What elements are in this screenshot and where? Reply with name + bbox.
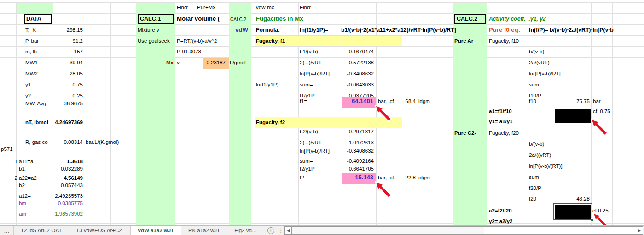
cell-v-unit[interactable]: L/gmol — [230, 59, 246, 66]
cell-pure-f0-eq-rhs[interactable]: ln(f/P)= b/(v-b)-2a/(vRT)-ln[P(v-b — [529, 27, 614, 34]
cell-f2-idgm-label[interactable]: idgm — [418, 174, 430, 181]
cell-value-mw1[interactable]: 39.94 — [48, 59, 83, 66]
cell-f20-l5[interactable]: f20/P — [529, 185, 541, 192]
data-header[interactable]: DATA — [24, 14, 52, 24]
cell-value-a11[interactable]: 1.3618 — [48, 158, 83, 165]
cell-find-value[interactable]: Pur+Mx — [197, 4, 215, 11]
cell-f1-r2-value[interactable]: 0.5722138 — [342, 59, 374, 66]
cell-value-mw2[interactable]: 28.05 — [48, 70, 83, 77]
cell-value-mwavg[interactable]: 36.9675 — [48, 100, 83, 107]
tabbar-splitter[interactable]: ⋮ — [277, 226, 284, 235]
cell-a2-formula[interactable]: a2=f2/f20 — [489, 207, 512, 214]
cell-value-b1[interactable]: 0.032289 — [48, 166, 83, 172]
cell-calc2-note[interactable]: CALC.2 — [230, 16, 246, 23]
cell-f20-l1[interactable]: b/(v-b) — [529, 141, 544, 148]
cell-f10-l1[interactable]: b/(v-b) — [529, 48, 544, 55]
cell-mixture-v[interactable]: Mixture v — [138, 27, 159, 34]
cell-f10-result-unit[interactable]: bar — [593, 98, 601, 105]
cell-f2-result-value[interactable]: 15.143 — [343, 174, 373, 181]
cell-f10-l3[interactable]: ln([P(v-b)/RT] — [529, 70, 561, 77]
cell-f1-idgm-label[interactable]: idgm — [418, 98, 430, 105]
cell-fugacity-f2-band[interactable]: Fugacity, f2 — [256, 119, 285, 126]
cell-f20-result-label[interactable]: f20 — [529, 195, 536, 202]
cell-label-y2[interactable]: y2 — [25, 92, 31, 99]
cell-page-ref[interactable]: p571 — [1, 146, 13, 153]
cell-f10-l2[interactable]: 2a/(vRT) — [529, 59, 550, 66]
cell-num-a22[interactable]: 2 — [12, 175, 17, 182]
cell-value-b2[interactable]: 0.057443 — [48, 182, 83, 189]
cell-value-rgas[interactable]: 0.08314 — [48, 139, 83, 146]
cell-value-a22[interactable]: 4.56149 — [48, 175, 83, 182]
black-cell-a2-selected[interactable] — [555, 205, 591, 219]
cell-f1-r1-label[interactable]: b1/(v-b) — [300, 48, 318, 55]
cell-vdw-mx-ref[interactable]: vdw-mx — [256, 4, 274, 11]
cell-f20-result-value[interactable]: 46.28 — [560, 195, 590, 202]
cell-label-b2[interactable]: b2 — [19, 182, 25, 189]
cell-num-a11[interactable]: 1 — [12, 158, 17, 165]
cell-f1-idgm-value[interactable]: 68.4 — [394, 98, 416, 105]
cell-value-bm[interactable]: 0.0385775 — [48, 200, 83, 207]
cell-f1-result-value[interactable]: 64.1401 — [343, 97, 373, 104]
cell-f1-r2-label[interactable]: 2(...)/vRT — [300, 59, 322, 66]
cell-formula-label[interactable]: Formula: — [256, 27, 280, 34]
cell-vdw-equation[interactable]: P=RT/(v-b)-a/v^2 — [177, 38, 217, 45]
black-cell-a1[interactable] — [555, 109, 591, 123]
cell-f2-r5-label[interactable]: f2/y1P — [300, 166, 315, 172]
cell-value-am[interactable]: 1.98573902 — [48, 211, 83, 218]
cell-f1-sum-side[interactable]: ln(f1/y1P) — [256, 81, 278, 88]
cell-value-y1[interactable]: 0.75 — [48, 81, 83, 88]
calc1-header[interactable]: CALC.1 — [138, 14, 174, 24]
cell-label-a11[interactable]: a11=a1 — [19, 158, 36, 165]
cell-f2-idgm-value[interactable]: 22.8 — [394, 174, 416, 181]
scrollbar-thumb[interactable] — [292, 227, 484, 234]
cell-label-mwavg[interactable]: MW, Avg — [25, 100, 46, 107]
cell-label-a22[interactable]: a22=a2 — [19, 175, 37, 182]
cell-f2-r1-label[interactable]: b2/(v-b) — [300, 128, 318, 135]
cell-f2-r3-label[interactable]: ln[P(v-b)/RT] — [300, 148, 330, 155]
cell-p-value[interactable]: 91.3073 — [174, 48, 201, 55]
cell-f1-r3-value[interactable]: -0.3408632 — [342, 70, 374, 77]
cell-gamma2[interactable]: γ2= a2/y2 — [489, 218, 512, 225]
cell-label-b1[interactable]: b1 — [19, 166, 25, 172]
cell-f1-r1-value[interactable]: 0.1670474 — [342, 48, 374, 55]
cell-f1-result-label[interactable]: f1= — [300, 98, 307, 105]
cell-f2-r5-value[interactable]: 0.6641705 — [342, 166, 374, 172]
cell-fugacity-f20-header[interactable]: Fugacity, f20 — [489, 130, 519, 137]
tab-overflow-button[interactable]: … — [0, 226, 14, 235]
activity-title[interactable]: Activity coeff. .γ1, γ2 — [489, 16, 546, 23]
cell-a1-cf[interactable]: cf. 0.75 — [593, 108, 610, 115]
cell-label-nt[interactable]: nT, lbmol — [25, 119, 48, 126]
cell-use-goalseek[interactable]: Use goalseek — [138, 38, 170, 45]
cell-mx-label[interactable]: Mx — [161, 59, 174, 66]
tab-t2-ids-arc2-oat[interactable]: T2.IdS ArC2-OAT — [14, 226, 69, 235]
cell-f2-r2-label[interactable]: 2(...)/vRT — [300, 139, 322, 146]
cell-value-tk[interactable]: 298.15 — [48, 27, 83, 34]
cell-f1-r3-label[interactable]: ln[P(v-b)/RT] — [300, 70, 330, 77]
cell-f20-l3[interactable]: ln[P(v-b)/(RT)] — [529, 163, 563, 170]
cell-f2-sum-label[interactable]: sum= — [300, 158, 313, 165]
cell-unit-rgas[interactable]: bar.L/(K.gmol) — [86, 139, 119, 146]
cell-f1-sum-label[interactable]: sum= — [300, 81, 313, 88]
cell-label-tk[interactable]: T, K — [25, 27, 36, 34]
cell-value-a12[interactable]: 2.49235573 — [48, 193, 83, 200]
cell-label-pbar[interactable]: P, bar — [25, 38, 39, 45]
cell-label-a12[interactable]: a12= — [19, 193, 31, 200]
cell-a1-formula[interactable]: a1=f1/f10 — [489, 108, 512, 115]
scroll-right-button[interactable]: ▶ — [636, 226, 643, 235]
add-sheet-button[interactable]: + — [264, 226, 277, 235]
cell-value-nt[interactable]: 4.24697369 — [48, 119, 83, 126]
cell-label-mw2[interactable]: MW2 — [25, 70, 38, 77]
cell-f10-result-label[interactable]: f10 — [529, 98, 536, 105]
cell-formula-rhs[interactable]: b1/(v-b)-2(x1*a11+x2*a12)/vRT-ln[P(v-b)/… — [341, 27, 456, 34]
scroll-left-button[interactable]: ◀ — [284, 226, 292, 235]
cell-label-bm[interactable]: bm — [19, 200, 26, 207]
scrollbar-track[interactable] — [292, 226, 636, 235]
calc2-header[interactable]: CALC.2 — [454, 14, 486, 24]
cell-find-label[interactable]: Find: — [177, 4, 189, 11]
cell-f2-sum-value[interactable]: -0.4092164 — [342, 158, 374, 165]
tab-t3-vdweos-ar-c2[interactable]: T3.vdWEOS Ar+C2- — [69, 226, 131, 235]
tab-rk-a1a2-wjt[interactable]: RK a1a2 wJT — [181, 226, 227, 235]
fugacities-title[interactable]: Fugacities in Mx — [256, 15, 303, 23]
cell-vdw-label[interactable]: vdW — [235, 26, 248, 34]
cell-pure-c2[interactable]: Pure C2- — [454, 130, 476, 137]
